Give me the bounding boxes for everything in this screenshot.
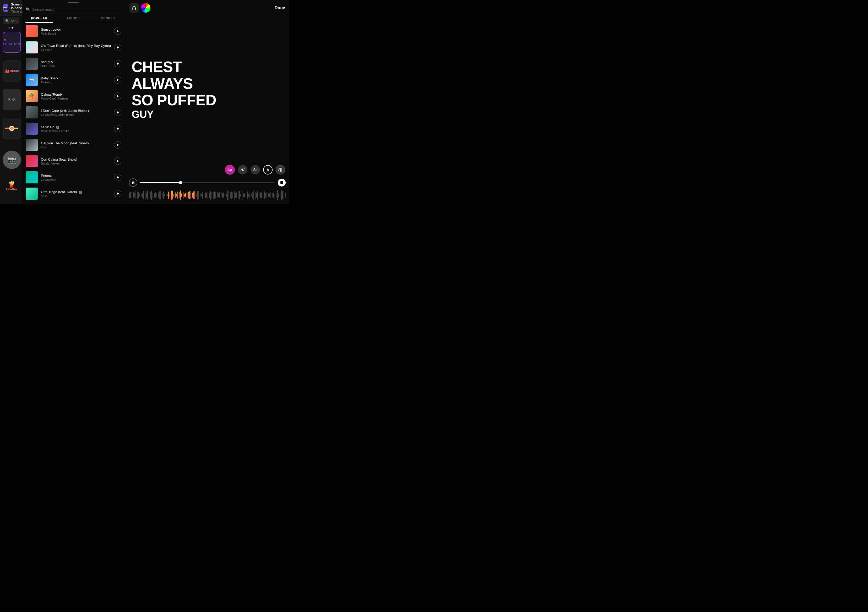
song-item[interactable]: I Don't Care (with Justin Bieber) Ed She… [22, 104, 125, 121]
waveform-bar [171, 191, 172, 200]
play-button[interactable] [114, 125, 121, 132]
sticker-gif[interactable]: 🔍 GI [3, 89, 21, 110]
sticker-camera[interactable]: 📷 [3, 151, 21, 169]
play-button[interactable] [114, 174, 121, 181]
waveform-bar [213, 192, 214, 198]
waveform-bar [177, 192, 178, 199]
waveform-bar [223, 192, 224, 198]
song-item[interactable]: Get You The Moon (feat. Snøw) Kina [22, 137, 125, 153]
headphone-icon-btn[interactable] [129, 3, 139, 12]
stop-icon [281, 181, 283, 184]
song-item[interactable]: Perfect Ed Sheeran [22, 169, 125, 186]
waveform-bar [142, 193, 143, 198]
play-button[interactable] [114, 158, 121, 165]
stickers-grid: 📍 LOCATION @MENTION #HASHTAG MUSIC [0, 29, 22, 204]
waveform-bar [219, 192, 220, 198]
sticker-location[interactable]: 📍 LOCATION [3, 32, 21, 53]
song-item[interactable]: Con Calma (feat. Snow) Daddy Yankee [22, 153, 125, 169]
songs-list: Sunset Lover Petit Biscuit Old Town Road… [22, 23, 125, 204]
play-button[interactable] [114, 60, 121, 67]
music-search-icon: 🔍 [26, 7, 30, 11]
text-tools: AA AI Aa A A▌ [125, 163, 289, 177]
dot-2 [12, 27, 13, 29]
waveform-bar [151, 191, 152, 200]
song-art: 🌴 [26, 90, 38, 102]
song-item[interactable]: Sunset Lover Petit Biscuit [22, 23, 125, 39]
waveform-bar [252, 192, 253, 198]
waveform-bar [208, 192, 208, 199]
song-title: bad guy [41, 60, 111, 64]
song-item[interactable]: Someone You Loved Lewis Capaldi [22, 202, 125, 204]
song-artist: Petit Biscuit [41, 32, 111, 35]
sticker-music[interactable]: MUSIC [3, 60, 21, 82]
waveform-bar [160, 191, 161, 200]
song-item[interactable]: Otro Trago (feat. Darell) E Sech [22, 186, 125, 202]
play-button[interactable] [114, 93, 121, 100]
song-item[interactable]: 🌴 Calma (Remix) Pedro Capó, Farruko [22, 88, 125, 104]
tab-genres[interactable]: GENRES [91, 14, 125, 23]
notification-bar[interactable]: 📷 Screenshot is done Tap to view [0, 0, 22, 16]
play-button[interactable] [114, 190, 121, 197]
text-style-aa-button[interactable]: AA [225, 165, 235, 175]
song-info: Get You The Moon (feat. Snøw) Kina [41, 141, 111, 149]
text-style-script-button[interactable]: Aa [251, 165, 260, 175]
waveform-bar [270, 192, 271, 198]
waveform-bar [181, 193, 182, 197]
progress-bar[interactable] [140, 182, 275, 183]
music-search-bar[interactable]: 🔍 [22, 5, 125, 14]
song-art [26, 139, 38, 151]
waveform-bar [162, 193, 163, 198]
waveform-bar [276, 192, 276, 198]
search-text: Sea... [11, 19, 19, 23]
time-position-badge: 15 [129, 178, 137, 187]
text-style-outline-button[interactable]: A [263, 165, 273, 175]
sticker-fryday[interactable]: 🍟 FRY-DAY [3, 175, 21, 196]
color-wheel-btn[interactable] [141, 3, 150, 12]
waveform-bar [184, 194, 185, 197]
waveform-bar [273, 192, 274, 198]
waveform-bar [146, 192, 147, 198]
music-search-panel: 🔍 POPULAR MOODS GENRES Sunset Lover Peti… [22, 0, 125, 204]
song-info: Perfect Ed Sheeran [41, 174, 111, 181]
waveform-bar [238, 191, 239, 199]
song-title: Old Town Road (Remix) (feat. Billy Ray C… [41, 44, 111, 48]
text-style-serif-button[interactable]: AI [238, 165, 247, 175]
waveform-bar [278, 193, 279, 197]
song-artist: Myke Towers, Farruko [41, 129, 111, 133]
right-header: Done [125, 0, 289, 16]
play-button[interactable] [114, 141, 121, 149]
song-title: Calma (Remix) [41, 93, 111, 96]
waveform-bar [274, 194, 275, 196]
play-button[interactable] [114, 76, 121, 84]
waveform-bar [206, 192, 207, 198]
page-indicators [0, 26, 22, 29]
waveform-bar [221, 192, 222, 198]
waveform-bar [240, 194, 241, 197]
song-item[interactable]: Old Town Road (Remix) (feat. Billy Ray C… [22, 39, 125, 56]
done-button[interactable]: Done [275, 6, 285, 10]
waveform-bar [215, 192, 216, 198]
sticker-slider[interactable]: 😍 [3, 118, 21, 139]
header-icons [129, 3, 150, 12]
song-item[interactable]: 🦈 Baby Shark Pinkfong [22, 72, 125, 88]
sticker-search-bar[interactable]: 🔍 Sea... [3, 17, 19, 24]
text-style-background-button[interactable]: A▌ [276, 165, 285, 175]
waveform-bar [154, 193, 155, 198]
waveform-bar [187, 192, 188, 198]
waveform-bar [180, 191, 181, 200]
play-button[interactable] [114, 44, 121, 51]
play-button[interactable] [114, 109, 121, 116]
music-search-input[interactable] [32, 7, 121, 11]
song-art [26, 122, 38, 135]
song-info: bad guy Billie Eilish [41, 60, 111, 68]
progress-fill [140, 182, 181, 183]
tab-popular[interactable]: POPULAR [22, 14, 56, 23]
song-item[interactable]: Si Se Da E Myke Towers, Farruko [22, 121, 125, 137]
play-button[interactable] [114, 28, 121, 35]
tab-moods[interactable]: MOODS [56, 14, 91, 23]
waveform-bar [232, 192, 233, 198]
song-info: Old Town Road (Remix) (feat. Billy Ray C… [41, 44, 111, 51]
song-item[interactable]: bad guy Billie Eilish [22, 56, 125, 72]
waveform-bar [250, 192, 250, 198]
stop-button[interactable] [278, 179, 286, 186]
